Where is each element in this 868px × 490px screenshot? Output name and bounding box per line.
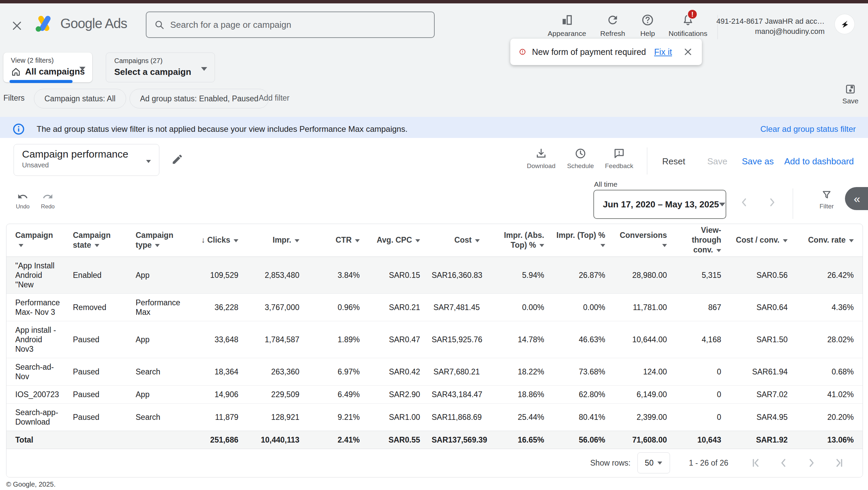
close-icon[interactable] [11, 20, 23, 32]
last-page-button[interactable] [825, 457, 853, 469]
google-ads-logo: Google Ads [34, 14, 127, 33]
view-selector[interactable]: View (2 filters) All campaigns [3, 53, 92, 82]
page-range: 1 - 26 of 26 [689, 458, 728, 468]
filter-chip-campaign-status[interactable]: Campaign status: All [34, 89, 126, 108]
report-title-dropdown[interactable]: Campaign performance Unsaved [14, 144, 159, 176]
chevron-down-icon [95, 244, 99, 247]
clear-ad-group-status-filter-link[interactable]: Clear ad group status filter [761, 124, 856, 134]
column-label: Conv. rate [808, 236, 846, 244]
table-row: Performance Max- Nov 3RemovedPerformance… [6, 293, 863, 321]
chevron-down-icon [355, 239, 360, 242]
table-cell: 14,906 [184, 385, 247, 403]
table-cell: SAR0.21 [369, 293, 429, 321]
next-page-button[interactable] [797, 457, 825, 469]
column-header-impr[interactable]: Impr. [247, 224, 308, 257]
table-cell: 14.78% [489, 321, 553, 358]
chevron-down-icon [475, 239, 480, 242]
reset-button[interactable]: Reset [662, 156, 685, 167]
table-cell: Search [127, 358, 184, 385]
view-selector-value: All campaigns [25, 66, 85, 77]
previous-date-range-button[interactable] [738, 197, 750, 208]
fix-it-link[interactable]: Fix it [654, 47, 672, 57]
previous-page-button[interactable] [770, 457, 797, 469]
undo-button[interactable]: Undo [11, 191, 35, 210]
nav-label: Appearance [548, 29, 586, 38]
table-cell: 11,879 [184, 403, 247, 431]
column-header-avg-cpc[interactable]: Avg. CPC [369, 224, 429, 257]
column-header-clicks[interactable]: ↓Clicks [184, 224, 247, 257]
chevron-down-icon [146, 160, 151, 163]
save-icon [845, 83, 856, 95]
sort-descending-icon: ↓ [201, 236, 205, 244]
campaign-selector[interactable]: Campaigns (27) Select a campaign [106, 53, 215, 82]
save-as-button[interactable]: Save as [742, 156, 774, 167]
table-cell: 0.00% [553, 293, 614, 321]
global-search[interactable] [146, 12, 435, 38]
table-cell: 41.02% [796, 385, 863, 403]
feedback-button[interactable]: Feedback [599, 147, 639, 170]
toast-message: New form of payment required [532, 47, 646, 57]
notifications-button[interactable]: ! Notifications [663, 14, 713, 38]
table-cell: SAR11,868.69 [429, 403, 489, 431]
column-header-conv-rate[interactable]: Conv. rate [796, 224, 863, 257]
column-header-campaign-state[interactable]: Campaign state [64, 224, 127, 257]
chevron-down-icon [783, 239, 788, 242]
column-header-view-through-conv[interactable]: View-through conv. [676, 224, 730, 257]
appearance-button[interactable]: Appearance [541, 14, 592, 38]
redo-icon [42, 191, 53, 202]
table-cell [127, 431, 184, 449]
error-icon [519, 46, 526, 58]
table-cell: Search [127, 403, 184, 431]
column-label: Avg. CPC [377, 236, 412, 244]
column-label: Cost / conv. [736, 236, 780, 244]
redo-button[interactable]: Redo [36, 191, 60, 210]
column-header-campaign-type[interactable]: Campaign type [127, 224, 184, 257]
column-header-impr-top[interactable]: Impr. (Top) % [553, 224, 614, 257]
chevron-down-icon [600, 244, 605, 247]
column-header-cost-conv[interactable]: Cost / conv. [730, 224, 796, 257]
campaign-name-cell[interactable]: Search-app- Download [6, 403, 64, 431]
campaign-selector-label: Campaigns (27) [114, 57, 209, 65]
campaign-name-cell[interactable]: Performance Max- Nov 3 [6, 293, 64, 321]
table-filter-button[interactable]: Filter [813, 189, 840, 210]
column-header-impr-abs-top[interactable]: Impr. (Abs. Top) % [489, 224, 553, 257]
add-filter-button[interactable]: Add filter [259, 94, 290, 103]
table-cell: 18,364 [184, 358, 247, 385]
table-cell: SAR0.15 [369, 257, 429, 293]
edit-title-button[interactable] [171, 153, 183, 165]
page-size-select[interactable]: 50 [637, 452, 670, 473]
next-date-range-button[interactable] [766, 197, 778, 208]
table-cell: 11,781.00 [614, 293, 676, 321]
campaign-name-cell[interactable]: "App Install Android "New [6, 257, 64, 293]
undo-label: Undo [16, 203, 30, 210]
column-header-campaign[interactable]: Campaign [6, 224, 64, 257]
table-cell: 3,767,000 [247, 293, 308, 321]
table-cell: SAR0.56 [730, 257, 796, 293]
campaign-name-cell[interactable]: IOS_200723 [6, 385, 64, 403]
filter-chip-ad-group-status[interactable]: Ad group status: Enabled, Paused [130, 89, 269, 108]
column-header-conversions[interactable]: Conversions [614, 224, 676, 257]
toolbar-divider [793, 188, 793, 219]
date-range-selector[interactable]: Jun 17, 2020 – May 13, 2025 [593, 190, 726, 219]
search-input[interactable] [170, 20, 427, 30]
campaign-name-cell[interactable]: App install - Android Nov3 [6, 321, 64, 358]
download-button[interactable]: Download [521, 147, 561, 170]
table-cell: 26.87% [553, 257, 614, 293]
schedule-button[interactable]: Schedule [560, 147, 601, 170]
collapse-icon: « [854, 192, 860, 205]
first-page-button[interactable] [742, 457, 770, 469]
save-button[interactable]: Save [707, 156, 727, 167]
table-cell: 2.41% [308, 431, 369, 449]
table-cell: 1.89% [308, 321, 369, 358]
add-to-dashboard-button[interactable]: Add to dashboard [784, 156, 854, 167]
save-view-button[interactable]: Save [842, 83, 859, 105]
avatar[interactable] [835, 14, 854, 34]
campaign-name-cell[interactable]: Search-ad- Nov [6, 358, 64, 385]
toast-close-icon[interactable] [683, 47, 693, 57]
collapse-panel-button[interactable]: « [845, 187, 868, 210]
account-menu[interactable]: 491-214-8617 JawaHR ad acc… manoj@houdin… [716, 16, 825, 37]
table-cell: SAR0.42 [369, 358, 429, 385]
table-total-row: Total251,68610,440,1132.41%SAR0.55SAR137… [6, 431, 863, 449]
column-header-cost[interactable]: Cost [429, 224, 489, 257]
column-header-ctr[interactable]: CTR [308, 224, 369, 257]
